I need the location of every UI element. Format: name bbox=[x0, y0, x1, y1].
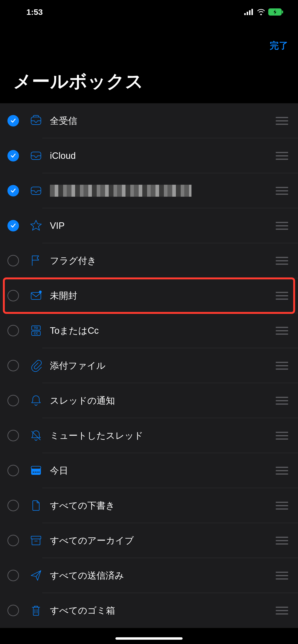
checkbox-cell[interactable] bbox=[0, 325, 26, 336]
mailbox-row-to-cc[interactable]: ToまたはCc bbox=[0, 313, 298, 348]
checkbox-cell[interactable] bbox=[0, 570, 26, 581]
checkbox-cell[interactable] bbox=[0, 430, 26, 441]
checkbox-unchecked-icon[interactable] bbox=[8, 605, 19, 616]
checkbox-unchecked-icon[interactable] bbox=[8, 290, 19, 302]
checkbox-cell[interactable] bbox=[0, 115, 26, 126]
checkbox-unchecked-icon[interactable] bbox=[8, 395, 19, 406]
reorder-handle-icon[interactable] bbox=[273, 152, 290, 160]
reorder-handle-icon[interactable] bbox=[273, 327, 290, 335]
checkbox-unchecked-icon[interactable] bbox=[8, 500, 19, 511]
star-icon bbox=[26, 219, 46, 232]
mailbox-row-vip[interactable]: VIP bbox=[0, 208, 298, 243]
svg-rect-5 bbox=[282, 10, 283, 14]
send-icon bbox=[26, 569, 46, 582]
document-icon bbox=[26, 499, 46, 512]
mailbox-row-account-2[interactable] bbox=[0, 173, 298, 208]
reorder-handle-icon[interactable] bbox=[273, 362, 290, 370]
mailbox-row-all-trash[interactable]: すべてのゴミ箱 bbox=[0, 593, 298, 628]
checkbox-unchecked-icon[interactable] bbox=[8, 430, 19, 441]
mailbox-label: 未開封 bbox=[46, 290, 273, 302]
to-cc-icon bbox=[26, 324, 46, 337]
reorder-handle-icon[interactable] bbox=[273, 467, 290, 474]
page-title: メールボックス bbox=[0, 67, 298, 103]
checkbox-checked-icon[interactable] bbox=[8, 185, 19, 196]
svg-rect-2 bbox=[249, 10, 250, 15]
mailbox-label: すべての送信済み bbox=[46, 570, 273, 582]
mailbox-label: 添付ファイル bbox=[46, 360, 273, 372]
reorder-handle-icon[interactable] bbox=[273, 222, 290, 230]
mailbox-row-thread-notif[interactable]: スレッドの通知 bbox=[0, 383, 298, 418]
archive-icon bbox=[26, 534, 46, 547]
mailbox-row-today[interactable]: 今日 bbox=[0, 453, 298, 488]
reorder-handle-icon[interactable] bbox=[273, 187, 290, 195]
toolbar: 新規メールボックス bbox=[0, 628, 298, 644]
checkbox-cell[interactable] bbox=[0, 500, 26, 511]
inbox-stack-icon bbox=[26, 114, 46, 127]
bell-icon bbox=[26, 394, 46, 407]
reorder-handle-icon[interactable] bbox=[273, 572, 290, 580]
checkbox-unchecked-icon[interactable] bbox=[8, 255, 19, 266]
mailbox-label: スレッドの通知 bbox=[46, 394, 273, 407]
reorder-handle-icon[interactable] bbox=[273, 432, 290, 440]
mailbox-row-icloud[interactable]: iCloud bbox=[0, 138, 298, 173]
mailbox-row-unread[interactable]: 未開封 bbox=[0, 278, 298, 313]
checkbox-cell[interactable] bbox=[0, 185, 26, 196]
mailbox-label: フラグ付き bbox=[46, 255, 273, 267]
mailbox-row-all-archive[interactable]: すべてのアーカイブ bbox=[0, 523, 298, 558]
paperclip-icon bbox=[26, 359, 46, 372]
mailbox-row-all-inboxes[interactable]: 全受信 bbox=[0, 103, 298, 138]
mailbox-row-attachments[interactable]: 添付ファイル bbox=[0, 348, 298, 383]
mailbox-row-all-drafts[interactable]: すべての下書き bbox=[0, 488, 298, 523]
mailbox-label: 全受信 bbox=[46, 115, 273, 127]
reorder-handle-icon[interactable] bbox=[273, 117, 290, 125]
checkbox-cell[interactable] bbox=[0, 360, 26, 371]
status-bar: 1:53 bbox=[0, 0, 298, 24]
checkbox-cell[interactable] bbox=[0, 535, 26, 546]
checkbox-cell[interactable] bbox=[0, 220, 26, 232]
status-indicators bbox=[244, 8, 284, 16]
mailbox-label: iCloud bbox=[46, 151, 273, 161]
reorder-handle-icon[interactable] bbox=[273, 606, 290, 614]
mailbox-row-all-sent[interactable]: すべての送信済み bbox=[0, 558, 298, 593]
reorder-handle-icon[interactable] bbox=[273, 502, 290, 510]
mailbox-label: すべてのゴミ箱 bbox=[46, 604, 273, 617]
mailbox-label bbox=[46, 185, 273, 197]
inbox-icon bbox=[26, 184, 46, 197]
checkbox-cell[interactable] bbox=[0, 605, 26, 616]
done-button[interactable]: 完了 bbox=[270, 40, 288, 52]
mailbox-row-muted[interactable]: ミュートしたスレッド bbox=[0, 418, 298, 453]
checkbox-unchecked-icon[interactable] bbox=[8, 570, 19, 581]
checkbox-unchecked-icon[interactable] bbox=[8, 535, 19, 546]
home-indicator bbox=[115, 637, 183, 640]
checkbox-cell[interactable] bbox=[0, 465, 26, 476]
mailbox-label: ミュートしたスレッド bbox=[46, 430, 273, 442]
checkbox-cell[interactable] bbox=[0, 395, 26, 406]
flag-icon bbox=[26, 254, 46, 267]
cellular-icon bbox=[244, 9, 254, 15]
checkbox-unchecked-icon[interactable] bbox=[8, 360, 19, 371]
svg-rect-0 bbox=[244, 13, 246, 15]
envelope-dot-icon bbox=[26, 289, 46, 302]
mailbox-label: VIP bbox=[46, 221, 273, 231]
inbox-icon bbox=[26, 149, 46, 162]
checkbox-checked-icon[interactable] bbox=[8, 115, 19, 126]
mailbox-label: すべてのアーカイブ bbox=[46, 534, 273, 547]
mailbox-row-flagged[interactable]: フラグ付き bbox=[0, 243, 298, 278]
mailbox-list: 全受信iCloudVIPフラグ付き未開封ToまたはCc添付ファイルスレッドの通知… bbox=[0, 103, 298, 628]
checkbox-cell[interactable] bbox=[0, 290, 26, 302]
wifi-icon bbox=[257, 9, 265, 15]
checkbox-checked-icon[interactable] bbox=[8, 150, 19, 162]
checkbox-cell[interactable] bbox=[0, 150, 26, 162]
redacted-account-name bbox=[50, 185, 192, 197]
reorder-handle-icon[interactable] bbox=[273, 397, 290, 405]
checkbox-cell[interactable] bbox=[0, 255, 26, 266]
calendar-icon bbox=[26, 464, 46, 477]
reorder-handle-icon[interactable] bbox=[273, 257, 290, 265]
battery-charging-icon bbox=[268, 8, 284, 16]
checkbox-unchecked-icon[interactable] bbox=[8, 325, 19, 336]
checkbox-unchecked-icon[interactable] bbox=[8, 465, 19, 476]
trash-icon bbox=[26, 604, 46, 617]
reorder-handle-icon[interactable] bbox=[273, 537, 290, 544]
checkbox-checked-icon[interactable] bbox=[8, 220, 19, 232]
reorder-handle-icon[interactable] bbox=[273, 292, 290, 300]
